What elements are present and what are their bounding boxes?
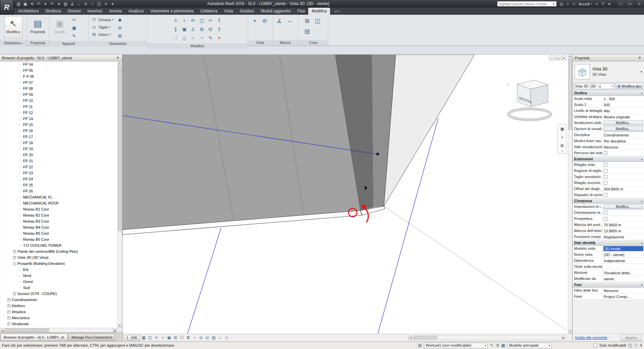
close-button[interactable]: ×: [635, 0, 644, 8]
close-icon[interactable]: ✕: [115, 56, 120, 60]
collapse-chevron-icon[interactable]: ▴: [641, 199, 642, 202]
search-input[interactable]: [497, 2, 551, 6]
crop-region-icon[interactable]: ☐: [179, 335, 185, 341]
panel-label-select[interactable]: Seleziona ▾: [0, 40, 26, 46]
expand-box-icon[interactable]: +: [7, 310, 10, 313]
panel-label-modify[interactable]: Modifica: [147, 43, 248, 49]
collapse-chevron-icon[interactable]: ▴: [641, 283, 642, 286]
default-3d-view-icon[interactable]: ⌂: [89, 1, 96, 7]
tree-item-fp-14[interactable]: FP 14: [0, 116, 117, 122]
view-close-icon[interactable]: ✕: [561, 56, 567, 60]
scroll-down-icon[interactable]: ▼: [118, 324, 122, 328]
match-properties-icon[interactable]: ✎: [206, 34, 215, 42]
scroll-left-icon[interactable]: ◀: [409, 336, 413, 340]
tree-item-fp-15[interactable]: FP 15: [0, 122, 117, 128]
property-value-workset[interactable]: Visualizza detta...: [603, 270, 644, 276]
property-value-altezza-del-punt[interactable]: 70.9658 m: [603, 222, 644, 228]
panel-label-create[interactable]: Crea: [298, 40, 328, 46]
browser-vertical-scrollbar[interactable]: ▲ ▼: [117, 61, 122, 328]
property-value-mostra-linee-nas[interactable]: Per disciplina: [603, 138, 644, 144]
undo-dropdown-icon[interactable]: ▾: [42, 1, 49, 7]
tab-project-browser[interactable]: Browser di progetto - SLS - LOBBY_ut...: [1, 334, 68, 341]
scroll-left-icon[interactable]: ◀: [0, 328, 5, 332]
trim-corner-icon[interactable]: ∠: [189, 25, 197, 33]
section-header-dati-identit[interactable]: Dati identità▴: [573, 240, 644, 246]
property-value-dipendenza[interactable]: Indipendente: [603, 258, 644, 264]
trim-single-icon[interactable]: ⌐: [189, 34, 197, 42]
cut-to-clipboard-icon[interactable]: ✂: [70, 16, 78, 23]
view-minimize-icon[interactable]: —: [549, 56, 554, 60]
tree-item-niveau-b3-coor[interactable]: Niveau B3 Coor: [0, 218, 117, 224]
offset-icon[interactable]: ∥: [171, 25, 180, 33]
panel-label-properties[interactable]: Proprietà: [27, 40, 49, 46]
exchange-apps-icon[interactable]: ×: [594, 1, 599, 7]
expand-box-icon[interactable]: +: [13, 250, 16, 253]
expand-box-icon[interactable]: +: [7, 316, 10, 319]
property-value-altezza-dell-obiet[interactable]: 13.8805 m: [603, 228, 644, 234]
split-icon[interactable]: ✂: [206, 16, 215, 24]
expand-box-icon[interactable]: +: [13, 292, 16, 295]
scroll-up-icon[interactable]: ▲: [118, 61, 122, 65]
view-filter-combo[interactable]: Vista 3D: {3D - u ▾: [574, 83, 615, 89]
panel-label-measure[interactable]: Misura: [273, 40, 298, 46]
dimension-tool-icon[interactable]: ↔: [285, 16, 294, 25]
tab-analizza[interactable]: Analizza: [125, 8, 147, 15]
tree-item-t-o-cooling-tower[interactable]: T.O COOLING TOWER: [0, 242, 117, 248]
tree-item-strutturale[interactable]: +Strutturale: [0, 321, 117, 327]
tree-item-fp-08[interactable]: FP 08: [0, 85, 117, 92]
tab-switcher[interactable]: ▭ ▾: [332, 8, 342, 15]
checkbox[interactable]: [604, 163, 607, 167]
rendering-dialog-icon[interactable]: ▣: [166, 335, 172, 341]
create-similar-icon[interactable]: ◫: [313, 16, 322, 25]
guide-endpoint-marker[interactable]: [377, 153, 379, 155]
section-header-estensioni[interactable]: Estensioni▴: [573, 156, 644, 162]
property-value-posizione-cinepr[interactable]: Regolazione: [603, 234, 644, 240]
worksharing-display-icon[interactable]: ⇄: [204, 335, 210, 341]
geometry-taglia[interactable]: ⊔Taglia▾: [90, 23, 114, 31]
temporary-view-properties-icon[interactable]: ▤: [211, 335, 217, 341]
tree-item-fp-21[interactable]: FP 21: [0, 158, 117, 164]
guide-line[interactable]: [187, 228, 221, 334]
property-value-ritaglia-vista[interactable]: [603, 162, 644, 168]
properties-header[interactable]: Proprietà ✕: [573, 55, 644, 61]
tree-item-fp-16[interactable]: FP 16: [0, 128, 117, 134]
hide-in-view-icon[interactable]: ⊘: [260, 16, 269, 25]
array-icon[interactable]: ∷: [171, 34, 180, 42]
drawing-area[interactable]: ⌂ DESTRA — ▭ ✕ ◉ + ⊕ ▾ ▲ ▼ 1 : 500 ▦◫☀◑▣…: [122, 55, 572, 341]
tree-item-viste-3d-3d-view[interactable]: +Viste 3D (3D View): [0, 254, 117, 260]
collapse-chevron-icon[interactable]: ▴: [641, 158, 642, 161]
create-group-icon[interactable]: ⊞: [303, 16, 312, 25]
tree-item-fp-22[interactable]: FP 22: [0, 164, 117, 170]
edit-button[interactable]: Modifica...: [604, 121, 643, 125]
pin-icon[interactable]: ↧: [215, 16, 223, 24]
roof-plane-main[interactable]: [122, 55, 361, 230]
property-value-offset-del-ritagli[interactable]: 304.8000 m: [603, 186, 644, 192]
shadows-icon[interactable]: ◑: [160, 335, 166, 341]
undo-icon[interactable]: ↶: [36, 1, 42, 7]
full-navigation-wheel-icon[interactable]: ◉: [558, 125, 566, 133]
create-parts-icon[interactable]: ▤: [303, 26, 312, 36]
property-value-fase[interactable]: Project Compl...: [603, 294, 644, 299]
property-value-modificato-da[interactable]: utente: [603, 276, 644, 282]
panel-label-geometry[interactable]: Geometria: [89, 41, 147, 46]
tree-item-fp-19[interactable]: FP 19: [0, 146, 117, 152]
analytical-model-icon[interactable]: ⌂: [217, 335, 223, 341]
panel-label-clipboard[interactable]: Appunti: [49, 41, 88, 46]
scrollbar-thumb[interactable]: [5, 329, 49, 332]
redo-dropdown-icon[interactable]: ▾: [56, 1, 62, 7]
apply-button[interactable]: Applica: [621, 335, 642, 341]
tab-moduli-aggiuntivi[interactable]: Moduli aggiuntivi: [257, 8, 294, 15]
revit-logo-button[interactable]: R: [0, 0, 13, 15]
property-value-ritaglio-orizzont[interactable]: [603, 180, 644, 186]
paste-button[interactable]: ▣ Incolla ▾: [51, 16, 69, 39]
geometry-cimasa[interactable]: ⊓Cimasa▾: [90, 16, 114, 23]
tree-item-nord[interactable]: Nord: [0, 273, 117, 279]
tree-item-fp-17[interactable]: FP 17: [0, 134, 117, 140]
help-dropdown-icon[interactable]: ▾: [606, 1, 612, 7]
tree-item-elettrico[interactable]: +Elettrico: [0, 303, 117, 309]
pan-icon[interactable]: +: [558, 133, 566, 141]
scrollbar-thumb[interactable]: [569, 59, 572, 130]
mirror-draw-icon[interactable]: ⊞: [198, 25, 206, 33]
collapse-chevron-icon[interactable]: ▴: [641, 92, 642, 95]
tree-item-fp-12[interactable]: FP 12: [0, 110, 117, 116]
